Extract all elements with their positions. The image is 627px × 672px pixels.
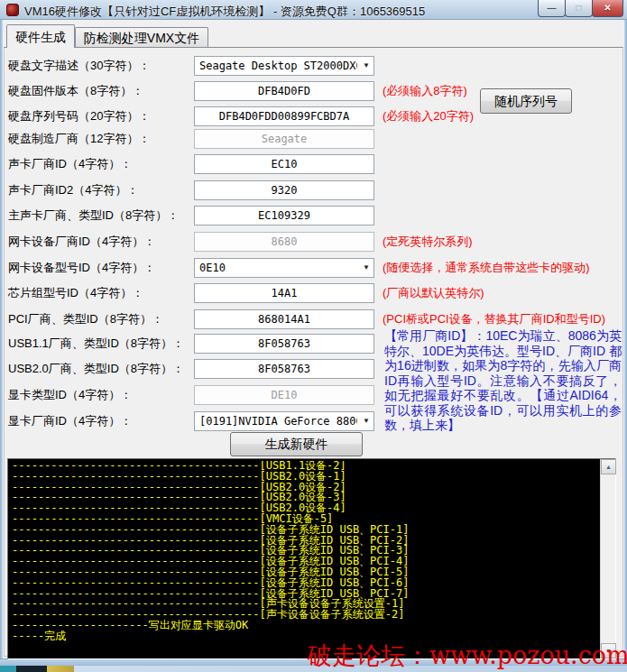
desktop-fragment — [0, 666, 16, 672]
field-note: (必须输入20字符) — [383, 106, 474, 126]
form-row: 声卡厂商ID2（4字符）： — [3, 180, 624, 200]
title-bar[interactable]: VM16硬件修改【只针对过CF虚拟机环境检测】 - 资源免费Q群：1065369… — [0, 0, 627, 20]
maximize-button: □ — [565, 0, 593, 17]
app-window: VM16硬件修改【只针对过CF虚拟机环境检测】 - 资源免费Q群：1065369… — [0, 0, 627, 672]
field-label: PCI厂商、类型ID（8字符）： — [8, 309, 163, 329]
field-label: 硬盘文字描述（30字符）： — [8, 56, 150, 76]
vendor-id-help-text: 【常用厂商ID】：10EC为瑞立、8086为英特尔、10DE为英伟达。型号ID、… — [384, 328, 622, 433]
client-area: 硬件生成 防检测处理VMX文件 硬盘文字描述（30字符）： Seagate De… — [3, 20, 624, 658]
log-output: --------------------------------------[U… — [12, 461, 597, 657]
taskbar-icon-fragment — [47, 666, 74, 672]
tab-hardware-generate[interactable]: 硬件生成 — [6, 24, 75, 48]
field-label: 硬盘制造厂商（12字符）： — [8, 129, 150, 149]
desktop-fragment — [16, 666, 47, 672]
form-row: 网卡设备厂商ID（4字符）： (定死英特尔系列) — [3, 232, 624, 252]
log-console[interactable]: --------------------------------------[U… — [7, 458, 616, 659]
disk-firmware-input[interactable] — [194, 81, 374, 101]
chevron-down-icon: ▼ — [363, 412, 370, 430]
chipset-model-input[interactable] — [194, 283, 374, 303]
form-row: 芯片组型号ID（4字符）： (厂商以默认英特尔) — [3, 283, 624, 303]
console-scrollbar[interactable]: ▲ ▼ — [600, 459, 615, 658]
window-controls: — □ ✕ — [539, 0, 623, 17]
console-line: ---------------------写出对应显卡驱动OK — [12, 621, 597, 631]
app-icon — [6, 4, 19, 16]
field-label: 显卡厂商ID（4字符）： — [8, 411, 132, 431]
audio-vendor-id2-input[interactable] — [194, 180, 374, 200]
field-note: (厂商以默认英特尔) — [383, 283, 484, 303]
field-note: (定死英特尔系列) — [383, 232, 473, 252]
field-note: (必须输入8字符) — [383, 81, 467, 101]
form-row: 声卡厂商ID（4字符）： — [3, 154, 624, 174]
field-label: 声卡厂商ID2（4字符）： — [8, 180, 138, 200]
form-row: 硬盘制造厂商（12字符）： — [3, 129, 624, 149]
field-label: 显卡类型ID（4字符）： — [8, 385, 132, 405]
generate-hardware-button[interactable]: 生成新硬件 — [230, 432, 363, 456]
audio-main-id-input[interactable] — [194, 206, 374, 226]
field-label: 网卡设备厂商ID（4字符）： — [8, 232, 155, 252]
field-label: USB2.0厂商、类型ID（8字符）： — [8, 359, 184, 379]
tab-vmx-anti-detect[interactable]: 防检测处理VMX文件 — [75, 27, 208, 48]
usb20-id-input[interactable] — [194, 359, 374, 379]
field-label: 硬盘序列号码（20字符）： — [8, 106, 150, 126]
field-label: 声卡厂商ID（4字符）： — [8, 154, 132, 174]
field-note: (PCI桥或PCI设备，替换其厂商ID和型号ID) — [383, 309, 605, 329]
random-serial-button[interactable]: 随机序列号 — [480, 88, 572, 114]
field-note: (随便选择，通常系统自带这些卡的驱动) — [383, 258, 590, 278]
gpu-type-input — [194, 385, 374, 405]
field-label: 网卡设备型号ID（4字符）： — [8, 258, 155, 278]
nic-model-combobox[interactable]: 0E10 ▼ — [194, 258, 374, 278]
pci-id-input[interactable] — [194, 309, 374, 329]
usb11-id-input[interactable] — [194, 334, 374, 354]
form-row: PCI厂商、类型ID（8字符）： (PCI桥或PCI设备，替换其厂商ID和型号I… — [3, 309, 624, 329]
close-button[interactable]: ✕ — [592, 0, 623, 17]
chevron-down-icon: ▼ — [363, 57, 370, 75]
form-row: 硬盘文字描述（30字符）： Seagate Desktop ST2000DX00… — [3, 56, 624, 76]
nic-vendor-id-input — [194, 232, 374, 252]
disk-description-combobox[interactable]: Seagate Desktop ST2000DX001 ▼ — [194, 56, 374, 76]
window-title: VM16硬件修改【只针对过CF虚拟机环境检测】 - 资源免费Q群：1065369… — [24, 4, 425, 20]
form-row: 主声卡厂商、类型ID（8字符）： — [3, 206, 624, 226]
gpu-vendor-combobox[interactable]: [0191]NVIDIA GeForce 8800 GTX ▼ — [194, 411, 374, 431]
chevron-down-icon: ▼ — [363, 259, 370, 277]
field-label: 主声卡厂商、类型ID（8字符）： — [8, 206, 179, 226]
audio-vendor-id-input[interactable] — [194, 154, 374, 174]
form-row: 网卡设备型号ID（4字符）： 0E10 ▼ (随便选择，通常系统自带这些卡的驱动… — [3, 258, 624, 278]
scroll-up-icon[interactable]: ▲ — [601, 459, 616, 474]
field-label: 芯片组型号ID（4字符）： — [8, 283, 143, 303]
minimize-button[interactable]: — — [538, 0, 566, 17]
disk-serial-input[interactable] — [194, 106, 374, 126]
field-label: 硬盘固件版本（8字符）： — [8, 81, 143, 101]
disk-vendor-input — [194, 129, 374, 149]
field-label: USB1.1厂商、类型ID（8字符）： — [8, 334, 184, 354]
forum-watermark: 破走论坛：www.pozou.com — [308, 640, 627, 672]
